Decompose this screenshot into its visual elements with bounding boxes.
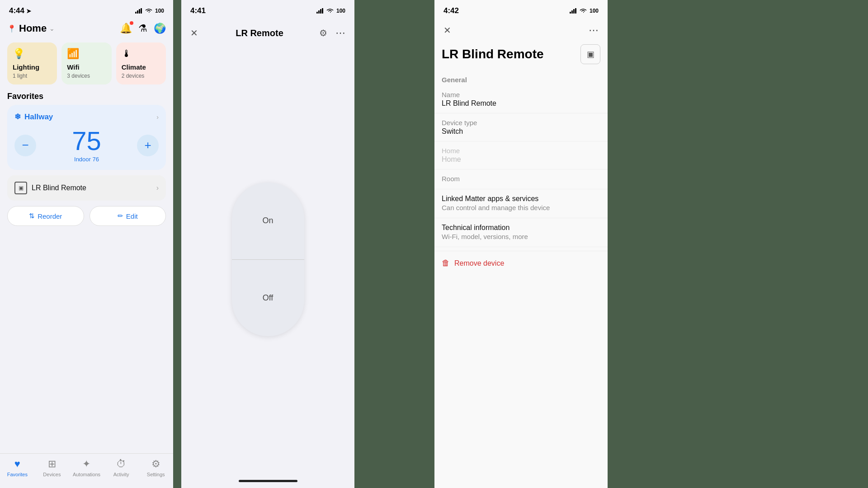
svg-rect-4: [316, 12, 318, 14]
name-label: Name: [442, 91, 600, 99]
lighting-category[interactable]: 💡 Lighting 1 light: [7, 42, 57, 84]
hallway-label: Hallway: [24, 113, 53, 122]
room-row[interactable]: Room: [434, 169, 608, 189]
categories-section: 💡 Lighting 1 light 📶 Wifi 3 devices 🌡 Cl…: [0, 40, 173, 90]
technical-info-sub: Wi-Fi, model, versions, more: [442, 233, 600, 240]
close-button-2[interactable]: ✕: [189, 26, 200, 40]
name-row: Name LR Blind Remote: [434, 85, 608, 113]
edit-icon: ✏: [118, 212, 123, 220]
signal-icon-3: [570, 8, 577, 14]
nav-settings[interactable]: ⚙ Settings: [138, 458, 173, 477]
panel-background: [695, 0, 868, 488]
header-actions: 🔔 ⚗ 🌍: [120, 23, 166, 34]
wifi-category[interactable]: 📶 Wifi 3 devices: [61, 42, 111, 84]
remote-title: LR Remote: [236, 28, 283, 38]
more-button-2[interactable]: ⋯: [334, 25, 347, 41]
battery-icon-3: 100: [590, 8, 599, 14]
lighting-icon: 💡: [13, 48, 52, 60]
location-arrow-icon: ➤: [26, 8, 31, 14]
lr-blind-text: LR Blind Remote: [32, 184, 86, 192]
status-bar-2: 4:41 100: [181, 0, 354, 19]
panel-detail: 4:42 100 ✕ ⋯ LR Blind Remote ▣ General N…: [434, 0, 695, 488]
phone-frame-2: 4:41 100 ✕ LR Remote ⚙ ⋯ On: [181, 0, 354, 488]
trash-icon: 🗑: [442, 258, 450, 268]
settings-gear-icon[interactable]: ⚙: [319, 28, 327, 38]
nav-automations[interactable]: ✦ Automations: [69, 458, 104, 477]
home-selector[interactable]: 📍 Home ⌄: [7, 23, 55, 34]
switch-off-button[interactable]: Off: [232, 260, 304, 337]
flask-icon[interactable]: ⚗: [138, 23, 147, 34]
snowflake-icon: ❄: [14, 112, 21, 122]
detail-header: ✕ ⋯: [434, 19, 608, 43]
lighting-sub: 1 light: [13, 73, 52, 79]
devices-icon: ⊞: [48, 458, 56, 470]
reorder-button[interactable]: ⇅ Reorder: [7, 206, 84, 226]
climate-icon: 🌡: [122, 48, 160, 60]
time-2: 4:41: [190, 6, 206, 15]
detail-title: LR Blind Remote: [434, 43, 580, 65]
remove-device-row[interactable]: 🗑 Remove device: [434, 251, 608, 275]
location-icon: 📍: [7, 24, 16, 33]
nav-devices[interactable]: ⊞ Devices: [35, 458, 70, 477]
close-button-3[interactable]: ✕: [442, 23, 453, 38]
climate-category[interactable]: 🌡 Climate 2 devices: [116, 42, 166, 84]
home-field-label: Home: [442, 147, 600, 155]
name-value: LR Blind Remote: [442, 99, 600, 108]
svg-rect-6: [320, 9, 321, 14]
technical-info-row[interactable]: Technical information Wi-Fi, model, vers…: [434, 218, 608, 247]
nav-activity[interactable]: ⏱ Activity: [104, 458, 139, 477]
temp-decrease-button[interactable]: −: [14, 135, 36, 156]
chevron-down-icon: ⌄: [49, 25, 55, 32]
svg-rect-8: [570, 12, 571, 14]
action-buttons: ⇅ Reorder ✏ Edit: [7, 206, 166, 226]
off-label: Off: [263, 293, 274, 303]
linked-matter-sub: Can control and manage this device: [442, 204, 600, 211]
phone-frame-3: 4:42 100 ✕ ⋯ LR Blind Remote ▣ General N…: [434, 0, 608, 488]
favorites-label: Favorites: [0, 90, 173, 105]
nav-favorites[interactable]: ♥ Favorites: [0, 458, 35, 477]
status-icons-1: 100: [135, 8, 164, 14]
panel-remote: 4:41 100 ✕ LR Remote ⚙ ⋯ On: [181, 0, 434, 488]
globe-icon[interactable]: 🌍: [154, 23, 166, 34]
temp-increase-button[interactable]: +: [137, 135, 159, 156]
signal-icon: [135, 8, 142, 14]
notification-dot: [130, 21, 133, 25]
climate-name: Climate: [122, 63, 160, 71]
switch-on-button[interactable]: On: [232, 183, 304, 260]
wifi-sub: 3 devices: [67, 73, 106, 79]
lr-blind-chevron-icon: ›: [156, 184, 159, 192]
qr-code-button[interactable]: ▣: [580, 44, 600, 64]
hallway-title[interactable]: ❄ Hallway: [14, 112, 53, 122]
bell-button[interactable]: 🔔: [120, 23, 132, 34]
svg-rect-7: [322, 8, 323, 14]
device-type-row: Device type Switch: [434, 113, 608, 141]
bottom-nav-1: ♥ Favorites ⊞ Devices ✦ Automations ⏱ Ac…: [0, 453, 173, 488]
edit-button[interactable]: ✏ Edit: [90, 206, 166, 226]
svg-rect-10: [573, 9, 575, 14]
nav-favorites-label: Favorites: [7, 472, 28, 477]
wifi-name: Wifi: [67, 63, 106, 71]
home-indicator-2: [239, 480, 297, 482]
svg-rect-9: [571, 10, 573, 14]
indoor-temp: Indoor 76: [74, 156, 99, 163]
home-field-value: Home: [442, 155, 600, 164]
more-button-3[interactable]: ⋯: [587, 23, 600, 38]
temperature-value: 75: [72, 128, 101, 154]
panel-home: 4:44 ➤ 100 📍 Home ⌄ 🔔 ⚗ 🌍 💡 Lighting: [0, 0, 173, 488]
nav-activity-label: Activity: [113, 472, 129, 477]
wifi-cat-icon: 📶: [67, 48, 106, 60]
remote-body: On Off: [181, 45, 354, 474]
wifi-icon-3: [580, 8, 587, 14]
automations-icon: ✦: [82, 458, 90, 470]
linked-matter-row[interactable]: Linked Matter apps & services Can contro…: [434, 189, 608, 218]
home-label: Home: [19, 23, 47, 34]
battery-icon: 100: [155, 8, 164, 14]
heart-icon: ♥: [14, 458, 20, 470]
reorder-icon: ⇅: [29, 212, 35, 220]
technical-info-label: Technical information: [442, 224, 600, 232]
device-type-value: Switch: [442, 127, 600, 136]
signal-icon-2: [316, 8, 324, 14]
lr-blind-card[interactable]: ▣ LR Blind Remote ›: [7, 175, 166, 201]
activity-icon: ⏱: [116, 458, 126, 470]
lr-blind-label: ▣ LR Blind Remote: [14, 182, 86, 194]
